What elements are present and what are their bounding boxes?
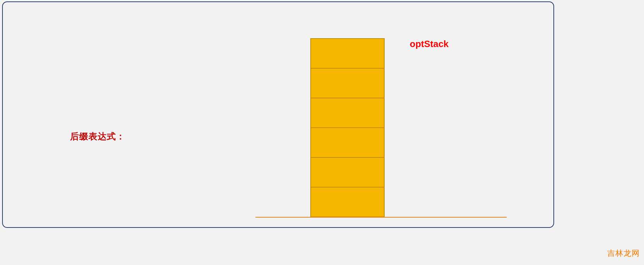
stack-cell <box>310 98 385 128</box>
stack-baseline <box>255 217 507 218</box>
watermark-text: 吉林龙网 <box>607 248 640 259</box>
stack-cell <box>310 38 385 69</box>
stack-cell <box>310 187 385 217</box>
opt-stack-label: optStack <box>410 39 449 50</box>
stack-cell <box>310 127 385 158</box>
diagram-canvas: 后缀表达式： optStack <box>2 1 554 228</box>
stack-cell <box>310 157 385 188</box>
postfix-expression-label: 后缀表达式： <box>70 131 125 142</box>
opt-stack <box>310 38 385 217</box>
stack-cell <box>310 68 385 98</box>
